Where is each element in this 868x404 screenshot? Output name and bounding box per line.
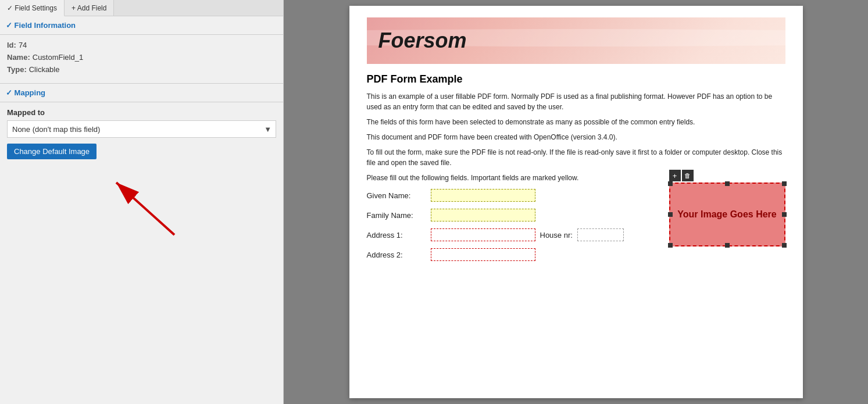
id-label: Id:: [7, 41, 16, 49]
type-label: Type:: [7, 65, 27, 74]
image-placeholder-text: Your Image Goes Here: [677, 209, 776, 221]
address1-row: Address 1: House nr:: [367, 228, 658, 241]
type-value: Clickable: [29, 65, 60, 74]
resize-handle-bm: [725, 243, 730, 248]
mapped-to-select[interactable]: None (don't map this field): [7, 120, 276, 138]
given-name-input[interactable]: [431, 189, 535, 202]
top-tabs: ✓ Field Settings + Add Field: [0, 0, 283, 16]
field-info-header: ✓ Field Information: [0, 16, 283, 35]
tab-field-settings[interactable]: ✓ Field Settings: [0, 0, 65, 16]
field-info-section: Id: 74 Name: CustomField_1 Type: Clickab…: [0, 35, 283, 84]
change-default-image-button[interactable]: Change Default Image: [7, 144, 97, 159]
mapped-to-select-wrapper: None (don't map this field) ▼: [7, 120, 276, 138]
resize-handle-tr: [782, 181, 787, 186]
family-name-input[interactable]: [431, 209, 535, 221]
left-panel: ✓ Field Settings + Add Field ✓ Field Inf…: [0, 0, 284, 404]
arrow-annotation: [0, 165, 284, 252]
form-area: Please fill out the following fields. Im…: [367, 173, 785, 268]
delete-image-icon[interactable]: 🗑: [682, 170, 694, 181]
resize-handle-bl: [668, 243, 673, 248]
svg-line-1: [116, 183, 174, 235]
pdf-desc4: To fill out the form, make sure the PDF …: [367, 147, 785, 168]
add-image-icon[interactable]: +: [669, 170, 681, 181]
address2-label: Address 2:: [367, 251, 431, 259]
house-nr-label: House nr:: [540, 231, 573, 239]
given-name-row: Given Name:: [367, 189, 658, 202]
pdf-form-title: PDF Form Example: [367, 73, 785, 85]
family-name-row: Family Name:: [367, 209, 658, 221]
id-row: Id: 74: [7, 41, 276, 49]
form-fields-left: Please fill out the following fields. Im…: [367, 173, 658, 268]
mapping-header: ✓ Mapping: [0, 84, 283, 102]
house-nr-input[interactable]: [577, 228, 624, 241]
name-row: Name: CustomField_1: [7, 53, 276, 62]
address1-label: Address 1:: [367, 231, 431, 239]
resize-handle-tm: [725, 181, 730, 186]
right-panel: Foersom PDF Form Example This is an exam…: [284, 0, 868, 404]
name-label: Name:: [7, 53, 30, 62]
arrow-svg: [0, 165, 284, 252]
pdf-banner: Foersom: [367, 17, 785, 64]
tab-add-field[interactable]: + Add Field: [65, 0, 114, 16]
resize-handle-ml: [668, 212, 673, 217]
resize-handle-tl: [668, 181, 673, 186]
pdf-desc3: This document and PDF form have been cre…: [367, 132, 785, 142]
pdf-desc1: This is an example of a user fillable PD…: [367, 91, 785, 112]
image-placeholder-box[interactable]: Your Image Goes Here: [669, 183, 785, 246]
type-row: Type: Clickable: [7, 65, 276, 74]
address1-input[interactable]: [431, 228, 535, 241]
family-name-label: Family Name:: [367, 211, 431, 220]
resize-handle-mr: [782, 212, 787, 217]
name-value: CustomField_1: [33, 53, 83, 62]
banner-title: Foersom: [378, 28, 467, 53]
pdf-page: Foersom PDF Form Example This is an exam…: [349, 6, 803, 398]
mapped-to-label: Mapped to: [7, 108, 276, 117]
mapping-section: Mapped to None (don't map this field) ▼ …: [0, 102, 283, 165]
address2-row: Address 2:: [367, 248, 658, 261]
pdf-desc5: Please fill out the following fields. Im…: [367, 173, 658, 183]
id-value: 74: [19, 41, 27, 49]
image-toolbar: + 🗑: [669, 170, 785, 181]
resize-handle-br: [782, 243, 787, 248]
image-placeholder-area: + 🗑 Your Image Goes Here: [669, 170, 785, 246]
given-name-label: Given Name:: [367, 191, 431, 200]
address2-input[interactable]: [431, 248, 535, 261]
pdf-desc2: The fields of this form have been select…: [367, 117, 785, 127]
